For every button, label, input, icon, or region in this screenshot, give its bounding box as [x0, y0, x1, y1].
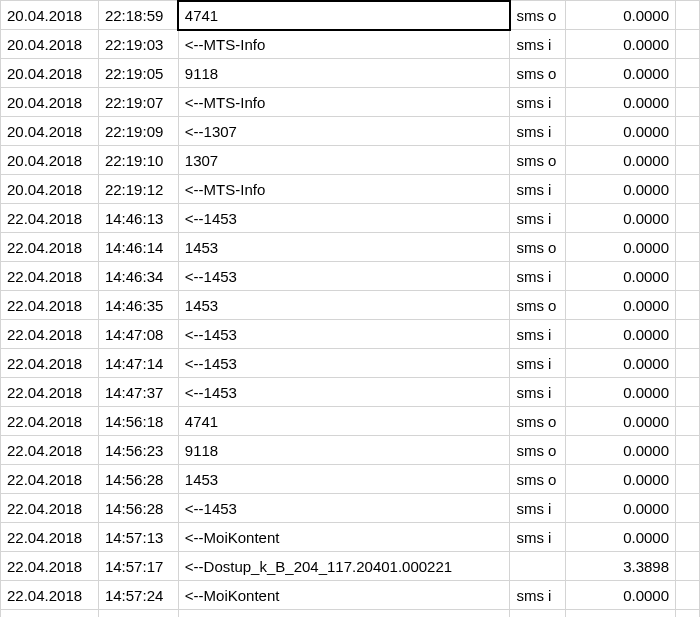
cell-type[interactable]: sms i	[510, 117, 566, 146]
cell-type[interactable]: sms i	[510, 349, 566, 378]
cell-date[interactable]: 22.04.2018	[1, 465, 99, 494]
cell-value[interactable]: 0.0000	[566, 117, 676, 146]
cell-value[interactable]: 0.0000	[566, 1, 676, 30]
table-row[interactable]: 22.04.201814:46:141453sms o0.0000	[1, 233, 700, 262]
cell-type[interactable]: sms o	[510, 465, 566, 494]
cell-empty[interactable]	[676, 1, 700, 30]
cell-value[interactable]: 0.0000	[566, 349, 676, 378]
cell-type[interactable]: sms i	[510, 494, 566, 523]
cell-empty[interactable]	[676, 30, 700, 59]
table-row[interactable]: 22.04.201814:57:17<--Dostup_k_B_204_117.…	[1, 552, 700, 581]
cell-date[interactable]: 22.04.2018	[1, 233, 99, 262]
cell-empty[interactable]	[676, 59, 700, 88]
table-row[interactable]: 22.04.201814:56:239118sms o0.0000	[1, 436, 700, 465]
cell-description[interactable]: <--MoiKontent	[178, 581, 510, 610]
cell-time[interactable]: 14:57:24	[98, 581, 178, 610]
cell-description[interactable]: 9118	[178, 436, 510, 465]
cell-description[interactable]: 4741	[178, 1, 510, 30]
cell-date[interactable]: 22.04.2018	[1, 523, 99, 552]
cell-time[interactable]: 14:47:14	[98, 349, 178, 378]
cell-date[interactable]: 20.04.2018	[1, 30, 99, 59]
cell-date[interactable]: 22.04.2018	[1, 494, 99, 523]
cell-empty[interactable]	[676, 291, 700, 320]
table-row[interactable]: 22.04.201814:56:184741sms o0.0000	[1, 407, 700, 436]
cell-time[interactable]: 14:47:37	[98, 378, 178, 407]
cell-empty[interactable]	[676, 581, 700, 610]
cell-empty[interactable]	[676, 117, 700, 146]
cell-empty[interactable]	[676, 146, 700, 175]
cell-type[interactable]: sms i	[510, 378, 566, 407]
cell-time[interactable]: 22:19:09	[98, 117, 178, 146]
cell-date[interactable]: 20.04.2018	[1, 88, 99, 117]
cell-value[interactable]: 0.0000	[566, 262, 676, 291]
cell-description[interactable]: 1453	[178, 291, 510, 320]
cell-description[interactable]: <--1453	[178, 349, 510, 378]
cell-empty[interactable]	[676, 233, 700, 262]
cell-type[interactable]: sms o	[510, 146, 566, 175]
cell-type[interactable]: sms o	[510, 407, 566, 436]
cell-value[interactable]: 0.0000	[566, 378, 676, 407]
cell-description[interactable]: <--1453	[178, 378, 510, 407]
cell-date[interactable]: 22.04.2018	[1, 204, 99, 233]
table-row[interactable]: 20.04.201822:19:101307sms o0.0000	[1, 146, 700, 175]
cell-time[interactable]: 22:19:07	[98, 88, 178, 117]
cell-time[interactable]: 22:18:59	[98, 1, 178, 30]
cell-description[interactable]: <--MoiKontent	[178, 523, 510, 552]
table-row[interactable]: 22.04.201814:46:34<--1453sms i0.0000	[1, 262, 700, 291]
cell-time[interactable]: 14:57:17	[98, 552, 178, 581]
cell-empty[interactable]	[676, 378, 700, 407]
cell-value[interactable]: 3.3898	[566, 552, 676, 581]
table-row[interactable]: 20.04.201822:19:09<--1307sms i0.0000	[1, 117, 700, 146]
spreadsheet-grid[interactable]: 20.04.201822:18:594741sms o0.000020.04.2…	[0, 0, 700, 617]
cell-value[interactable]: 0.0000	[566, 465, 676, 494]
cell-type[interactable]: sms i	[510, 581, 566, 610]
cell-type[interactable]: sms i	[510, 175, 566, 204]
cell-empty[interactable]	[676, 610, 700, 618]
table-row[interactable]: 20.04.201822:18:594741sms o0.0000	[1, 1, 700, 30]
cell-value[interactable]: 0.0000	[566, 407, 676, 436]
cell-time[interactable]: 14:57:34	[98, 610, 178, 618]
cell-description[interactable]: 9118	[178, 59, 510, 88]
cell-date[interactable]: 22.04.2018	[1, 291, 99, 320]
table-row[interactable]: 22.04.201814:57:13<--MoiKontentsms i0.00…	[1, 523, 700, 552]
table-row[interactable]: 20.04.201822:19:07<--MTS-Infosms i0.0000	[1, 88, 700, 117]
cell-value[interactable]: 0.0000	[566, 291, 676, 320]
cell-type[interactable]: sms i	[510, 30, 566, 59]
cell-value[interactable]: 0.0000	[566, 146, 676, 175]
cell-value[interactable]: 0.0000	[566, 494, 676, 523]
cell-date[interactable]: 22.04.2018	[1, 378, 99, 407]
cell-value[interactable]: 0.0000	[566, 610, 676, 618]
cell-type[interactable]: sms i	[510, 204, 566, 233]
cell-date[interactable]: 22.04.2018	[1, 436, 99, 465]
cell-time[interactable]: 14:56:28	[98, 465, 178, 494]
cell-type[interactable]: sms o	[510, 291, 566, 320]
cell-description[interactable]: <--Dostup_k_B_204_117.20401.000221	[178, 552, 510, 581]
cell-description[interactable]: <--MoiKontent	[178, 610, 510, 618]
cell-type[interactable]: sms o	[510, 436, 566, 465]
cell-empty[interactable]	[676, 262, 700, 291]
table-row[interactable]: 22.04.201814:56:281453sms o0.0000	[1, 465, 700, 494]
cell-description[interactable]: <--1453	[178, 320, 510, 349]
cell-date[interactable]: 22.04.2018	[1, 610, 99, 618]
cell-date[interactable]: 22.04.2018	[1, 407, 99, 436]
cell-value[interactable]: 0.0000	[566, 581, 676, 610]
table-row[interactable]: 22.04.201814:57:24<--MoiKontentsms i0.00…	[1, 581, 700, 610]
cell-time[interactable]: 14:56:18	[98, 407, 178, 436]
cell-value[interactable]: 0.0000	[566, 204, 676, 233]
cell-time[interactable]: 22:19:05	[98, 59, 178, 88]
table-row[interactable]: 22.04.201814:47:08<--1453sms i0.0000	[1, 320, 700, 349]
cell-time[interactable]: 22:19:12	[98, 175, 178, 204]
cell-date[interactable]: 22.04.2018	[1, 552, 99, 581]
cell-description[interactable]: <--1453	[178, 494, 510, 523]
cell-description[interactable]: <--MTS-Info	[178, 88, 510, 117]
cell-date[interactable]: 22.04.2018	[1, 581, 99, 610]
cell-value[interactable]: 0.0000	[566, 59, 676, 88]
table-row[interactable]: 20.04.201822:19:059118sms o0.0000	[1, 59, 700, 88]
cell-date[interactable]: 22.04.2018	[1, 320, 99, 349]
cell-empty[interactable]	[676, 523, 700, 552]
cell-value[interactable]: 0.0000	[566, 436, 676, 465]
cell-time[interactable]: 14:47:08	[98, 320, 178, 349]
table-row[interactable]: 20.04.201822:19:12<--MTS-Infosms i0.0000	[1, 175, 700, 204]
cell-date[interactable]: 22.04.2018	[1, 349, 99, 378]
cell-description[interactable]: 1453	[178, 465, 510, 494]
